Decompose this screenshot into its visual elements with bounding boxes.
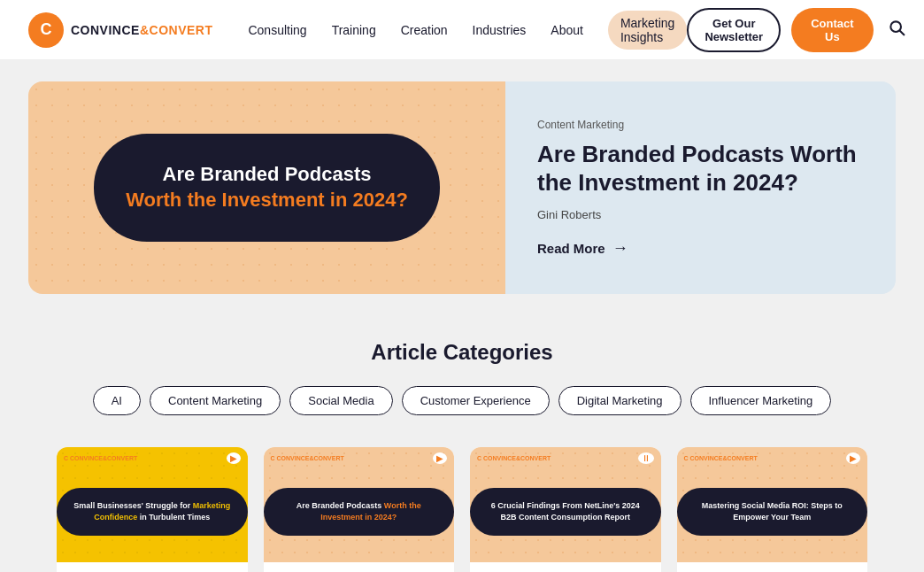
card3-share-icon: ⏸	[638, 452, 654, 464]
search-icon	[888, 19, 905, 36]
hero-image: Are Branded Podcasts Worth the Investmen…	[28, 81, 505, 294]
hero-category: Content Marketing	[537, 119, 864, 131]
article-thumb-2: C CONVINCE&CONVERT ▶ Are Branded Podcast…	[264, 447, 455, 562]
card3-pill: 6 Crucial Findings From NetLine's 2024 B…	[470, 488, 661, 535]
nav-marketing-insights[interactable]: Marketing Insights	[608, 11, 687, 50]
category-ai[interactable]: AI	[93, 386, 141, 415]
search-button[interactable]	[884, 15, 909, 44]
nav-about[interactable]: About	[551, 23, 583, 37]
article-card-4: C CONVINCE&CONVERT ▶ Mastering Social Me…	[677, 447, 868, 572]
navigation: C CONVINCE&CONVERT Consulting Training C…	[0, 0, 924, 60]
newsletter-button[interactable]: Get Our Newsletter	[687, 8, 781, 52]
category-social-media[interactable]: Social Media	[289, 386, 392, 415]
card1-thumb-text: Small Businesses' Struggle for Marketing…	[71, 500, 234, 522]
logo[interactable]: C CONVINCE&CONVERT	[28, 12, 212, 48]
card4-share-icon: ▶	[846, 452, 860, 464]
hero-title: Are Branded Podcasts Worth the Investmen…	[537, 140, 864, 197]
hero-image-title2: Worth the Investment in 2024?	[126, 188, 408, 213]
article-thumb-4: C CONVINCE&CONVERT ▶ Mastering Social Me…	[677, 447, 868, 562]
card2-body: Content Marketing Are Branded Podcasts W…	[264, 562, 455, 572]
article-thumb-3: C CONVINCE&CONVERT ⏸ 6 Crucial Findings …	[470, 447, 661, 562]
card1-body: Digital Marketing Small Businesses' Stru…	[57, 562, 248, 572]
nav-industries[interactable]: Industries	[473, 23, 527, 37]
nav-actions: Get Our Newsletter Contact Us	[687, 8, 908, 52]
categories-title: Article Categories	[57, 340, 867, 365]
card2-thumb-text: Are Branded Podcasts Worth the Investmen…	[278, 500, 441, 522]
nav-consulting[interactable]: Consulting	[248, 23, 306, 37]
card3-thumb-text: 6 Crucial Findings From NetLine's 2024 B…	[484, 500, 647, 522]
article-card-3: C CONVINCE&CONVERT ⏸ 6 Crucial Findings …	[470, 447, 661, 572]
categories-pills: AI Content Marketing Social Media Custom…	[57, 386, 867, 415]
svg-line-1	[899, 31, 904, 35]
read-more-label: Read More	[537, 241, 605, 256]
categories-section: Article Categories AI Content Marketing …	[28, 308, 896, 433]
hero-section: Are Branded Podcasts Worth the Investmen…	[0, 60, 924, 308]
category-customer-experience[interactable]: Customer Experience	[402, 386, 550, 415]
card1-logo: C CONVINCE&CONVERT	[64, 455, 137, 461]
category-digital-marketing[interactable]: Digital Marketing	[558, 386, 681, 415]
arrow-icon: →	[612, 239, 628, 258]
article-card-2: C CONVINCE&CONVERT ▶ Are Branded Podcast…	[264, 447, 455, 572]
article-card-1: C CONVINCE&CONVERT ▶ Small Businesses' S…	[57, 447, 248, 572]
card2-share-icon: ▶	[433, 452, 447, 464]
logo-text: CONVINCE&CONVERT	[71, 23, 212, 37]
card3-logo: C CONVINCE&CONVERT	[477, 455, 551, 461]
category-content-marketing[interactable]: Content Marketing	[150, 386, 281, 415]
card4-pill: Mastering Social Media ROI: Steps to Emp…	[677, 488, 868, 535]
nav-links: Consulting Training Creation Industries …	[248, 11, 687, 50]
card1-share-icon: ▶	[227, 452, 241, 464]
hero-pill: Are Branded Podcasts Worth the Investmen…	[94, 134, 440, 241]
contact-button[interactable]: Contact Us	[791, 8, 873, 52]
nav-creation[interactable]: Creation	[401, 23, 448, 37]
card4-thumb-text: Mastering Social Media ROI: Steps to Emp…	[691, 500, 854, 522]
card3-body: Content Marketing 6 Crucial Findings Fro…	[470, 562, 661, 572]
read-more-link[interactable]: Read More →	[537, 239, 864, 258]
card4-body: Social Media Mastering Social Media ROI:…	[677, 562, 868, 572]
hero-image-title1: Are Branded Podcasts	[126, 162, 408, 188]
articles-grid: C CONVINCE&CONVERT ▶ Small Businesses' S…	[57, 447, 867, 572]
card2-pill: Are Branded Podcasts Worth the Investmen…	[264, 488, 455, 535]
hero-author: Gini Roberts	[537, 208, 864, 221]
category-influencer-marketing[interactable]: Influencer Marketing	[690, 386, 832, 415]
logo-icon: C	[28, 12, 64, 48]
article-thumb-1: C CONVINCE&CONVERT ▶ Small Businesses' S…	[57, 447, 248, 562]
card1-pill: Small Businesses' Struggle for Marketing…	[57, 488, 248, 535]
nav-training[interactable]: Training	[332, 23, 376, 37]
card4-logo: C CONVINCE&CONVERT	[684, 455, 758, 461]
card2-logo: C CONVINCE&CONVERT	[271, 455, 344, 461]
hero-content: Content Marketing Are Branded Podcasts W…	[505, 81, 896, 294]
articles-section: C CONVINCE&CONVERT ▶ Small Businesses' S…	[28, 433, 896, 572]
hero-card: Are Branded Podcasts Worth the Investmen…	[28, 81, 896, 294]
